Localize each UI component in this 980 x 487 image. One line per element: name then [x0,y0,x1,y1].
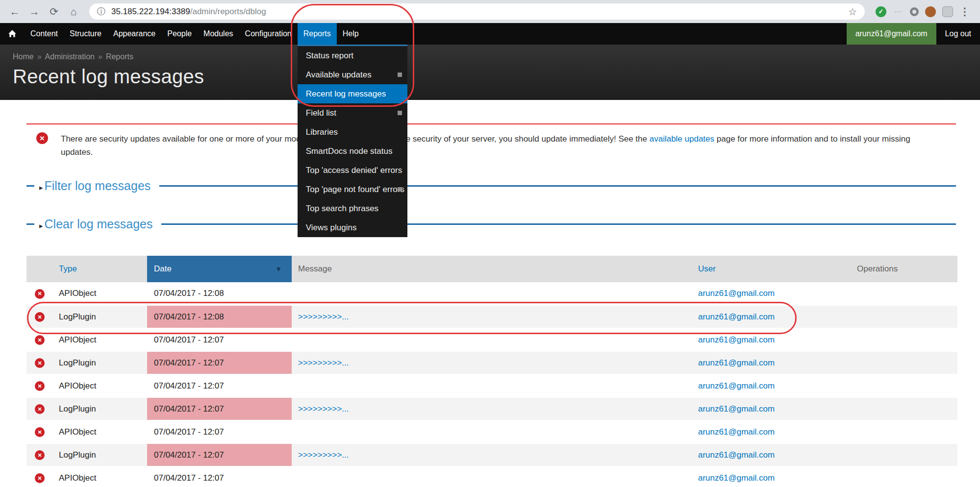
log-operations [851,374,957,397]
log-user-link[interactable]: arunz61@gmail.com [698,473,775,483]
menu-item-smartdocs-node-status[interactable]: SmartDocs node status [298,142,407,161]
url-host: 35.185.222.194:3389 [111,7,190,16]
table-row: ✕ APIObject 07/04/2017 - 12:08 arunz61@g… [26,282,957,305]
breadcrumb-administration-link[interactable]: Administration [45,52,95,61]
toolbar-item-appearance[interactable]: Appearance [107,23,161,45]
fieldset-border-rule [161,223,956,225]
log-date: 07/04/2017 - 12:07 [147,466,292,487]
log-message-link[interactable]: >>>>>>>>>... [298,312,349,321]
type-column-header: Type [53,256,147,282]
log-user-link[interactable]: arunz61@gmail.com [698,289,775,298]
fieldset-border-dash [26,223,34,225]
back-icon[interactable]: ← [7,6,23,18]
log-type: LogPlugin [53,397,147,420]
toolbar-item-content[interactable]: Content [25,23,64,45]
log-user-link[interactable]: arunz61@gmail.com [698,358,775,367]
toolbar-item-reports[interactable]: Reports Status report Available updates … [298,23,337,45]
filter-log-messages-toggle[interactable]: ▸ Filter log messages [39,179,151,193]
table-row: ✕ APIObject 07/04/2017 - 12:07 arunz61@g… [26,466,957,487]
error-icon: ✕ [35,381,45,391]
extension-icon-dots[interactable]: ⋯ [893,6,904,17]
toolbar-item-structure[interactable]: Structure [64,23,107,45]
security-update-warning: ✕ There are security updates available f… [26,123,956,162]
available-updates-link[interactable]: available updates [650,134,714,144]
table-row: ✕ LogPlugin 07/04/2017 - 12:07 >>>>>>>>>… [26,397,957,420]
toolbar-item-modules[interactable]: Modules [198,23,239,45]
check-icon: ✓ [879,8,884,15]
log-user-link[interactable]: arunz61@gmail.com [698,381,775,390]
menu-item-status-report[interactable]: Status report [298,46,407,65]
breadcrumb-separator: » [37,52,42,61]
clear-log-messages-toggle[interactable]: ▸ Clear log messages [39,217,152,231]
sort-by-user-link[interactable]: User [698,264,716,273]
log-date: 07/04/2017 - 12:07 [147,351,292,374]
clear-log-messages-fieldset: ▸ Clear log messages [26,216,956,232]
log-date: 07/04/2017 - 12:07 [147,397,292,420]
log-message-link[interactable]: >>>>>>>>>... [298,450,349,460]
error-icon: ✕ [35,450,45,460]
menu-item-top-access-denied-errors[interactable]: Top 'access denied' errors [298,161,407,180]
browser-menu-icon[interactable]: ⋮ [959,6,970,18]
log-user-link[interactable]: arunz61@gmail.com [698,335,775,344]
date-column-header[interactable]: Date▼ [147,256,292,282]
menu-item-libraries[interactable]: Libraries [298,122,407,142]
log-date: 07/04/2017 - 12:08 [147,282,292,305]
page-info-icon[interactable]: ⓘ [97,6,105,17]
toolbar-item-configuration[interactable]: Configuration [239,23,298,45]
log-message-link[interactable]: >>>>>>>>>... [298,358,349,367]
log-date: 07/04/2017 - 12:08 [147,305,292,328]
menu-item-views-plugins[interactable]: Views plugins [298,218,407,237]
logout-link[interactable]: Log out [936,23,980,45]
log-user-link[interactable]: arunz61@gmail.com [698,404,775,414]
reload-icon[interactable]: ⟳ [46,6,62,18]
log-type: LogPlugin [53,443,147,466]
breadcrumb-reports-link[interactable]: Reports [106,52,133,61]
sort-by-type-link[interactable]: Type [59,264,77,273]
sort-desc-icon: ▼ [275,265,282,273]
error-icon: ✕ [35,404,45,414]
update-indicator-icon [398,73,402,77]
log-message-link[interactable]: >>>>>>>>>... [298,404,349,414]
url-path: /admin/reports/dblog [190,7,266,16]
extension-icon-green-check[interactable]: ✓ [876,6,886,17]
extension-icon-gray-square[interactable] [942,6,953,17]
admin-toolbar: Content Structure Appearance People Modu… [0,23,980,45]
browser-home-icon[interactable]: ⌂ [66,6,81,18]
error-icon: ✕ [35,335,45,345]
filter-log-messages-fieldset: ▸ Filter log messages [26,177,956,194]
log-user-link[interactable]: arunz61@gmail.com [698,312,775,321]
log-date: 07/04/2017 - 12:07 [147,420,292,443]
log-type: APIObject [53,282,147,305]
menu-item-top-page-not-found-errors[interactable]: Top 'page not found' errors [298,180,407,199]
forward-icon[interactable]: → [26,6,42,18]
log-type: LogPlugin [53,305,147,328]
warning-text: There are security updates available for… [61,132,936,159]
log-date: 07/04/2017 - 12:07 [147,443,292,466]
log-user-link[interactable]: arunz61@gmail.com [698,450,775,460]
toolbar-item-help[interactable]: Help [337,23,365,45]
menu-item-recent-log-messages[interactable]: Recent log messages [298,84,407,103]
extension-icon-orange[interactable] [925,6,936,17]
breadcrumb-separator: » [98,52,102,61]
extensions-tray: ✓ ⋯ ⋮ [873,6,973,18]
log-type: LogPlugin [53,351,147,374]
log-type: APIObject [53,466,147,487]
breadcrumb-home-link[interactable]: Home [13,52,34,61]
url-text: 35.185.222.194:3389/admin/reports/dblog [111,7,266,17]
bookmark-star-icon[interactable]: ☆ [848,6,857,18]
error-icon: ✕ [35,358,45,368]
log-user-link[interactable]: arunz61@gmail.com [698,427,775,437]
account-badge[interactable]: arunz61@gmail.com [847,23,936,45]
log-date: 07/04/2017 - 12:07 [147,374,292,397]
extension-icon-gray-ring[interactable] [910,7,919,16]
log-date: 07/04/2017 - 12:07 [147,328,292,351]
drupal-home-icon[interactable] [0,23,25,45]
address-bar[interactable]: ⓘ 35.185.222.194:3389/admin/reports/dblo… [89,3,865,20]
log-operations [851,420,957,443]
table-row: ✕ APIObject 07/04/2017 - 12:07 arunz61@g… [26,374,957,397]
menu-item-top-search-phrases[interactable]: Top search phrases [298,199,407,218]
message-column-header: Message [292,256,691,282]
menu-item-field-list[interactable]: Field list [298,103,407,122]
menu-item-available-updates[interactable]: Available updates [298,65,407,84]
toolbar-item-people[interactable]: People [161,23,198,45]
